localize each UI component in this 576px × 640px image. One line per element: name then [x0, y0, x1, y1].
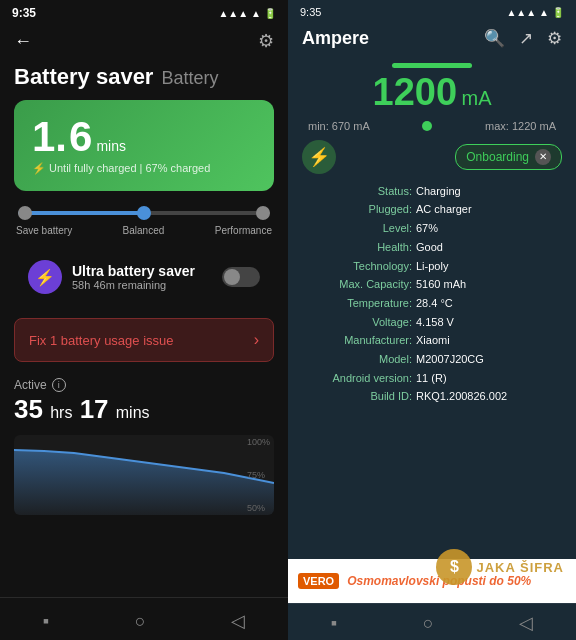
info-row: Build ID:RKQ1.200826.002	[302, 387, 562, 406]
active-hrs-label: hrs	[50, 404, 72, 421]
right-battery-icon: 🔋	[552, 7, 564, 18]
info-row: Health:Good	[302, 238, 562, 257]
ad-logo: VERO	[298, 573, 339, 589]
share-icon[interactable]: ↗	[519, 28, 533, 49]
info-label: Technology:	[302, 257, 412, 276]
left-panel: 9:35 ▲▲▲ ▲ 🔋 ← ⚙ Battery saver Battery 1…	[0, 0, 288, 640]
onboarding-close[interactable]: ✕	[535, 149, 551, 165]
slider-fill	[18, 211, 144, 215]
mode-slider[interactable]: Save battery Balanced Performance	[0, 203, 288, 240]
nav-home[interactable]: ○	[125, 607, 156, 636]
right-panel: 9:35 ▲▲▲ ▲ 🔋 Ampere 🔍 ↗ ⚙ 1200 mA min: 6…	[288, 0, 576, 640]
battery-card: 1. 6 mins ⚡ Until fully charged | 67% ch…	[14, 100, 274, 191]
watermark: $ JAKA ŠIFRA	[436, 549, 564, 585]
right-nav: ▪ ○ ◁	[288, 603, 576, 640]
info-label: Plugged:	[302, 200, 412, 219]
search-icon[interactable]: 🔍	[484, 28, 505, 49]
info-label: Model:	[302, 350, 412, 369]
slider-dot-mid[interactable]	[137, 206, 151, 220]
ultra-subtitle: 58h 46m remaining	[72, 279, 195, 291]
info-row: Plugged:AC charger	[302, 200, 562, 219]
ultra-saver-toggle[interactable]	[222, 267, 260, 287]
info-label: Build ID:	[302, 387, 412, 406]
battery-unit: mins	[96, 138, 126, 154]
left-title: Battery saver Battery	[0, 60, 288, 100]
ultra-saver-row: ⚡ Ultra battery saver 58h 46m remaining	[14, 250, 274, 304]
active-section: Active i 35 hrs 17 mins	[0, 366, 288, 429]
settings-icon[interactable]: ⚙	[258, 30, 274, 52]
info-value: 67%	[416, 219, 438, 238]
ampere-dot	[422, 121, 432, 131]
slider-track[interactable]	[18, 211, 270, 215]
left-nav: ▪ ○ ◁	[0, 597, 288, 640]
info-row: Manufacturer:Xiaomi	[302, 331, 562, 350]
info-label: Android version:	[302, 369, 412, 388]
info-value: 28.4 °C	[416, 294, 453, 313]
left-time: 9:35	[12, 6, 36, 20]
nav-square[interactable]: ▪	[33, 607, 59, 636]
info-label: Status:	[302, 182, 412, 201]
info-label: Manufacturer:	[302, 331, 412, 350]
info-row: Android version:11 (R)	[302, 369, 562, 388]
sub-title: Battery	[161, 68, 218, 89]
chart-svg	[14, 435, 274, 515]
ultra-saver-left: ⚡ Ultra battery saver 58h 46m remaining	[28, 260, 195, 294]
signal-icon: ▲▲▲	[218, 8, 248, 19]
info-value: 11 (R)	[416, 369, 447, 388]
app-name: Ampere	[302, 28, 369, 49]
right-time: 9:35	[300, 6, 321, 18]
svg-marker-0	[14, 450, 274, 515]
back-button[interactable]: ←	[14, 31, 32, 52]
info-row: Temperature:28.4 °C	[302, 294, 562, 313]
right-header: Ampere 🔍 ↗ ⚙	[288, 24, 576, 55]
chart-label-75: 75%	[247, 470, 270, 480]
info-row: Level:67%	[302, 219, 562, 238]
left-status-icons: ▲▲▲ ▲ 🔋	[218, 8, 276, 19]
right-nav-home[interactable]: ○	[413, 611, 444, 636]
info-row: Technology:Li-poly	[302, 257, 562, 276]
left-status-bar: 9:35 ▲▲▲ ▲ 🔋	[0, 0, 288, 26]
active-mins-label: mins	[116, 404, 150, 421]
info-value: M2007J20CG	[416, 350, 484, 369]
fix-issue-button[interactable]: Fix 1 battery usage issue ›	[14, 318, 274, 362]
slider-label-save: Save battery	[16, 225, 72, 236]
bolt-row: ⚡ Onboarding ✕	[288, 134, 576, 178]
nav-back[interactable]: ◁	[221, 606, 255, 636]
info-label: Health:	[302, 238, 412, 257]
info-value: Xiaomi	[416, 331, 450, 350]
right-nav-square[interactable]: ▪	[321, 611, 347, 636]
info-value: AC charger	[416, 200, 472, 219]
slider-labels: Save battery Balanced Performance	[14, 225, 274, 236]
ampere-value: 1200	[373, 71, 458, 113]
bolt-circle: ⚡	[302, 140, 336, 174]
info-label: Voltage:	[302, 313, 412, 332]
ampere-unit: mA	[462, 87, 492, 109]
info-icon: i	[52, 378, 66, 392]
ultra-icon: ⚡	[28, 260, 62, 294]
battery-time: 1. 6 mins	[32, 116, 256, 158]
active-time: 35 hrs 17 mins	[14, 394, 274, 425]
battery-icon: 🔋	[264, 8, 276, 19]
onboarding-label: Onboarding	[466, 150, 529, 164]
info-value: RKQ1.200826.002	[416, 387, 507, 406]
info-row: Status:Charging	[302, 182, 562, 201]
ampere-bar	[392, 63, 472, 68]
info-value: Good	[416, 238, 443, 257]
info-row: Voltage:4.158 V	[302, 313, 562, 332]
ultra-text: Ultra battery saver 58h 46m remaining	[72, 263, 195, 291]
info-label: Max. Capacity:	[302, 275, 412, 294]
chart-label-50: 50%	[247, 503, 270, 513]
slider-label-perf: Performance	[215, 225, 272, 236]
right-settings-icon[interactable]: ⚙	[547, 28, 562, 49]
active-hours: 35	[14, 394, 43, 424]
right-nav-back[interactable]: ◁	[509, 610, 543, 636]
right-status-icons: ▲▲▲ ▲ 🔋	[506, 7, 564, 18]
active-mins: 17	[80, 394, 109, 424]
bolt-icon: ⚡	[32, 162, 46, 174]
right-wifi-icon: ▲	[539, 7, 549, 18]
battery-chart: 100% 75% 50%	[14, 435, 274, 515]
ampere-minmax: min: 670 mA max: 1220 mA	[288, 118, 576, 134]
info-value: Charging	[416, 182, 461, 201]
ampere-main: 1200 mA	[288, 55, 576, 118]
ampere-value-row: 1200 mA	[288, 72, 576, 114]
